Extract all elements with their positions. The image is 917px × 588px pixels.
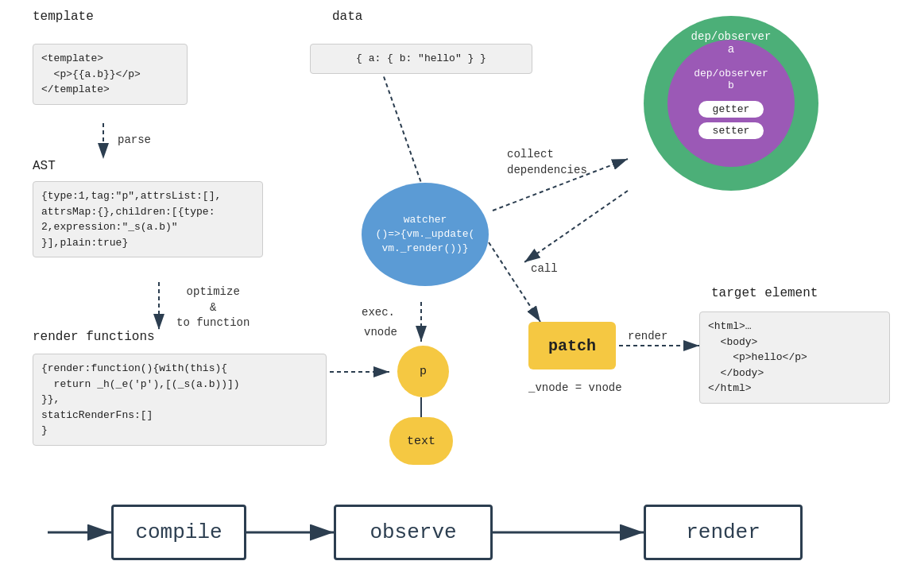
template-label: template: [33, 10, 94, 24]
getter-pill: getter: [698, 101, 764, 118]
call-label: call: [531, 262, 558, 275]
optimize-label: optimize&to function: [176, 284, 250, 331]
setter-pill: setter: [698, 122, 764, 139]
compile-label: compile: [135, 520, 222, 544]
compile-box: compile: [111, 505, 246, 560]
data-code: { a: { b: "hello" } }: [356, 52, 486, 64]
render-functions-code: {render:function(){with(this){ return _h…: [41, 362, 240, 436]
ast-code-box: {type:1,tag:"p",attrsList:[], attrsMap:{…: [33, 181, 263, 257]
patch-box: patch: [528, 322, 616, 369]
ast-code: {type:1,tag:"p",attrsList:[], attrsMap:{…: [41, 190, 221, 249]
ast-label: AST: [33, 159, 56, 173]
observe-label: observe: [370, 520, 456, 544]
dep-outer-label: dep/observera: [644, 30, 818, 56]
observe-box: observe: [334, 505, 493, 560]
svg-line-8: [524, 191, 628, 262]
dep-inner-label: dep/observerb: [694, 68, 768, 91]
vnode-text-circle: text: [389, 417, 453, 465]
render-functions-code-box: {render:function(){with(this){ return _h…: [33, 354, 327, 446]
render-label-bottom: render: [686, 520, 760, 544]
template-code: <template> <p>{{a.b}}</p> </template>: [41, 52, 141, 95]
diagram-container: template <template> <p>{{a.b}}</p> </tem…: [0, 0, 917, 588]
vnode-text-text: text: [407, 435, 435, 448]
vnode-p-text: p: [420, 365, 427, 378]
dep-outer-circle: dep/observera dep/observerb getter sette…: [644, 16, 818, 191]
patch-text: patch: [548, 337, 596, 355]
vnode-label: vnode: [364, 326, 397, 338]
data-label: data: [332, 10, 362, 24]
template-code-box: <template> <p>{{a.b}}</p> </template>: [33, 44, 188, 105]
render-functions-label: render functions: [33, 330, 155, 344]
vnode-p-circle: p: [397, 346, 449, 397]
render-label: render: [628, 330, 667, 342]
vnode-equals-label: _vnode = vnode: [528, 381, 622, 394]
svg-line-9: [489, 242, 540, 322]
watcher-ellipse: watcher ()=>{vm._update( vm._render())}: [362, 183, 489, 286]
exec-label: exec.: [362, 306, 395, 319]
collect-dependencies-label: collectdependencies: [507, 147, 587, 178]
parse-label: parse: [118, 133, 151, 146]
target-element-label: target element: [711, 286, 818, 300]
target-element-code-box: <html>… <body> <p>hello</p> </body> </ht…: [699, 311, 890, 404]
target-element-code: <html>… <body> <p>hello</p> </body> </ht…: [708, 320, 807, 394]
watcher-text: watcher ()=>{vm._update( vm._render())}: [376, 213, 475, 257]
dep-inner-circle: dep/observerb getter setter: [667, 40, 795, 167]
render-box: render: [644, 505, 803, 560]
data-code-box: { a: { b: "hello" } }: [310, 44, 532, 74]
svg-line-6: [381, 70, 421, 183]
